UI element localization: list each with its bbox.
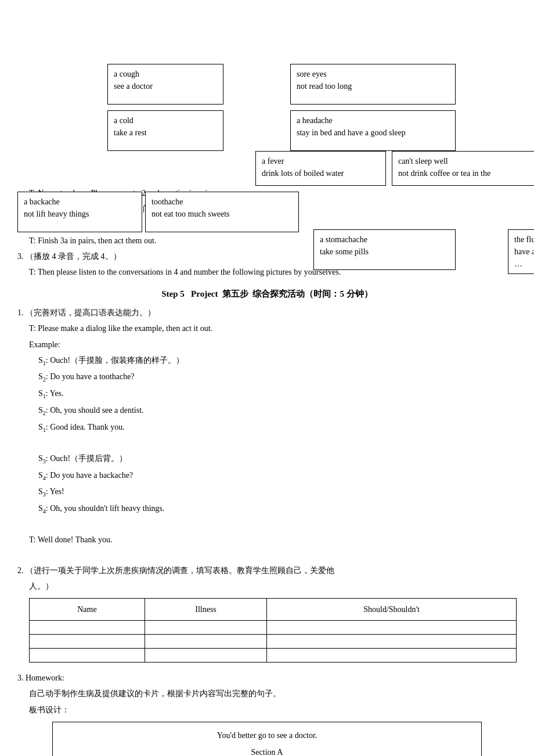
step5-item3-text1: 自己动手制作生病及提供建议的卡片，根据卡片内容写出完整的句子。 bbox=[29, 686, 517, 701]
card-cold: a coldtake a rest bbox=[107, 110, 223, 151]
dialog1-s1-3: S1: Good idea. Thank you. bbox=[38, 420, 517, 435]
card-flu-line1: the flu bbox=[514, 233, 534, 246]
card-toothache-line2: not eat too much sweets bbox=[151, 208, 293, 220]
step5-item3-label: 3. Homework: bbox=[17, 671, 517, 685]
blackboard-title: You'd better go to see a doctor. bbox=[64, 728, 470, 743]
card-cough-line1: a cough bbox=[114, 68, 217, 80]
survey-table: Name Illness Should/Shouldn't bbox=[29, 598, 517, 663]
dialog2-s4-1: S4: Do you have a backache? bbox=[38, 468, 517, 484]
card-fever-line1: a fever bbox=[262, 155, 380, 167]
step5-item3-text2: 板书设计： bbox=[29, 703, 517, 717]
card-headache: a headachestay in bed and have a good sl… bbox=[290, 110, 456, 151]
card-cold-line1: a cold bbox=[114, 114, 217, 127]
card-fever-line2: drink lots of boiled water bbox=[262, 167, 380, 179]
card-toothache-line1: toothache bbox=[151, 196, 293, 208]
card-backache: a backachenot lift heavy things bbox=[17, 192, 142, 232]
table-row bbox=[30, 649, 517, 663]
dialog2-s4-2: S4: Oh, you shouldn't lift heavy things. bbox=[38, 501, 517, 517]
card-fever: a feverdrink lots of boiled water bbox=[255, 151, 386, 186]
table-header-illness: Illness bbox=[145, 598, 266, 620]
card-stomachache-line2: take some pills bbox=[320, 246, 449, 258]
card-cough: a coughsee a doctor bbox=[107, 64, 223, 105]
step5-item1-intro: 1. （完善对话，提高口语表达能力。） bbox=[17, 305, 517, 320]
card-stomachache: a stomachachetake some pills bbox=[313, 229, 456, 270]
step5-example-label: Example: bbox=[29, 337, 517, 352]
step5-heading-zh: 第五步 综合探究活动 bbox=[222, 289, 305, 298]
card-cant-sleep-line1: can't sleep well bbox=[398, 155, 534, 167]
card-cant-sleep-line2: not drink coffee or tea in the bbox=[398, 167, 534, 179]
card-stomachache-line1: a stomachache bbox=[320, 233, 449, 246]
step5-item1-t: T: Please make a dialog like the example… bbox=[29, 321, 517, 336]
step5-heading: Step 5 Project 第五步 综合探究活动（时间：5 分钟） bbox=[17, 289, 517, 300]
card-sore-eyes: sore eyesnot read too long bbox=[290, 64, 456, 105]
dialog2-s3-1: S3: Ouch!（手摸后背。） bbox=[38, 451, 517, 467]
card-backache-line2: not lift heavy things bbox=[24, 208, 136, 220]
step5-content: 1. （完善对话，提高口语表达能力。） T: Please make a dia… bbox=[17, 305, 517, 756]
card-sore-eyes-line1: sore eyes bbox=[297, 68, 449, 80]
card-toothache: toothachenot eat too much sweets bbox=[145, 192, 299, 232]
table-header-name: Name bbox=[30, 598, 145, 620]
blackboard-section: Section A bbox=[64, 745, 470, 756]
card-headache-line1: a headache bbox=[297, 114, 449, 127]
card-sore-eyes-line2: not read too long bbox=[297, 80, 449, 92]
step5-t-well-done: T: Well done! Thank you. bbox=[29, 532, 517, 547]
table-row bbox=[30, 621, 517, 635]
step5-item2-intro2: 人。） bbox=[29, 579, 517, 593]
step5-time: （时间：5 分钟） bbox=[305, 289, 372, 298]
dialog1-s2-2: S2: Oh, you should see a dentist. bbox=[38, 403, 517, 419]
dialog1-s2-1: S2: Do you have a toothache? bbox=[38, 369, 517, 385]
card-backache-line1: a backache bbox=[24, 196, 136, 208]
card-flu-line2: have a … bbox=[514, 246, 534, 270]
blackboard-box: You'd better go to see a doctor. Section… bbox=[52, 722, 482, 756]
step5-item2-intro: 2. （进行一项关于同学上次所患疾病情况的调查，填写表格。教育学生照顾自己，关爱… bbox=[17, 563, 517, 578]
dialog1-s1-2: S1: Yes. bbox=[38, 386, 517, 402]
card-cold-line2: take a rest bbox=[114, 127, 217, 139]
dialog2-s3-2: S3: Yes! bbox=[38, 484, 517, 500]
flashcard-area: a coughsee a doctorsore eyesnot read too… bbox=[17, 12, 517, 180]
table-header-should: Should/Shouldn't bbox=[267, 598, 517, 620]
step5-heading-text: Step 5 Project 第五步 综合探究活动 bbox=[161, 289, 305, 298]
dialog1-s1: S1: Ouch!（手摸脸，假装疼痛的样子。） bbox=[38, 353, 517, 369]
card-cough-line2: see a doctor bbox=[114, 80, 217, 92]
card-headache-line2: stay in bed and have a good sleep bbox=[297, 127, 449, 139]
card-flu: the fluhave a … bbox=[508, 229, 534, 274]
card-cant-sleep: can't sleep wellnot drink coffee or tea … bbox=[392, 151, 534, 186]
table-row bbox=[30, 635, 517, 649]
